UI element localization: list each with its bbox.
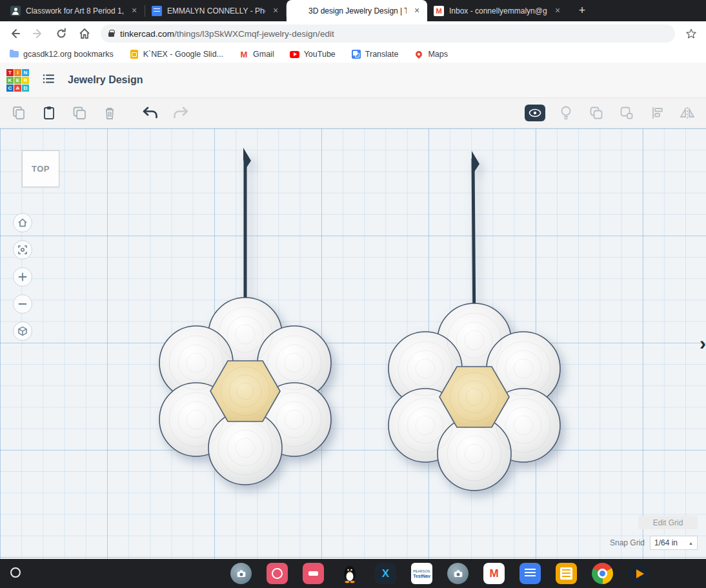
duplicate-icon[interactable] (70, 103, 89, 123)
dropdown-caret-icon: ▲ (689, 541, 693, 545)
toolbar-right-group (514, 103, 697, 123)
tab-title: EMMALYN CONNELLY - Photo Do (167, 6, 265, 15)
tab-strip: Classwork for Art 8 Period 1, MP × EMMAL… (0, 0, 706, 21)
zoom-out-icon[interactable] (13, 294, 32, 314)
chromeos-shelf: X PEARSON TestNav M (0, 559, 706, 588)
new-tab-button[interactable]: + (573, 1, 591, 19)
delete-icon[interactable] (100, 103, 119, 123)
tab-gmail[interactable]: M Inbox - connellyemmalyn@gcas × (427, 0, 568, 21)
url-path: /things/l3pSkWXCmqf-jewelry-design/edit (174, 29, 334, 39)
bookmark-star-icon[interactable] (684, 26, 698, 41)
bookmark-maps[interactable]: Maps (414, 49, 448, 59)
yellow-app-icon[interactable] (556, 563, 577, 584)
snap-grid-value: 1/64 in (654, 538, 678, 547)
home-view-icon[interactable] (13, 213, 32, 232)
xello-app-icon[interactable]: X (375, 563, 396, 584)
camera-app-icon[interactable] (230, 563, 252, 584)
earring-models[interactable] (0, 128, 706, 559)
docs-favicon-icon (152, 6, 162, 16)
pink-app-icon-2[interactable] (303, 563, 324, 584)
design-title: Jewelry Design (68, 74, 143, 86)
url-domain: tinkercad.com (120, 29, 174, 39)
bookmark-label: YouTube (304, 50, 336, 59)
address-bar[interactable]: tinkercad.com/things/l3pSkWXCmqf-jewelry… (101, 25, 675, 43)
browser-toolbar: tinkercad.com/things/l3pSkWXCmqf-jewelry… (0, 21, 706, 46)
testnav-app-icon[interactable]: PEARSON TestNav (411, 563, 432, 584)
play-app-icon[interactable] (628, 563, 649, 584)
launcher-button[interactable] (10, 567, 21, 578)
tinkercad-header: TIN KER CAD Jewelry Design (0, 63, 706, 98)
url-text: tinkercad.com/things/l3pSkWXCmqf-jewelry… (120, 29, 334, 39)
bookmark-label: Translate (365, 50, 399, 59)
gmail-app-icon[interactable]: M (483, 563, 505, 584)
perspective-toggle-icon[interactable] (13, 321, 32, 341)
tab-title: 3D design Jewelry Design | Tinke (308, 6, 407, 15)
docs-app-icon[interactable] (519, 563, 541, 584)
design-canvas[interactable]: TOP › Edit Grid Snap Grid 1/64 in ▲ (0, 128, 706, 559)
bookmark-label: Gmail (253, 50, 274, 59)
view-cube[interactable]: TOP (22, 150, 59, 187)
bookmark-gcasdk12[interactable]: gcasdk12.org bookmarks (9, 49, 114, 59)
reload-icon[interactable] (54, 26, 68, 41)
bookmark-label: gcasdk12.org bookmarks (23, 50, 114, 59)
pink-app-icon-1[interactable] (267, 563, 288, 584)
undo-icon[interactable] (141, 103, 160, 123)
tab-close-icon[interactable]: × (129, 6, 139, 16)
snap-grid-label: Snap Grid (610, 538, 645, 547)
tab-tinkercad-active[interactable]: 3D design Jewelry Design | Tinke × (287, 0, 427, 21)
camera-app-icon-2[interactable] (447, 563, 469, 584)
tab-close-icon[interactable]: × (412, 6, 422, 16)
bookmark-knex-slides[interactable]: K`NEX - Google Slid... (129, 49, 223, 59)
bookmarks-folder-icon (9, 49, 19, 59)
tinkercad-logo[interactable]: TIN KER CAD (6, 69, 29, 92)
bookmark-label: Maps (428, 50, 448, 59)
youtube-icon (290, 49, 300, 59)
shelf-apps: X PEARSON TestNav M (230, 563, 649, 584)
bookmarks-bar: gcasdk12.org bookmarks K`NEX - Google Sl… (0, 46, 706, 63)
align-icon[interactable] (647, 103, 667, 123)
bookmark-gmail[interactable]: M Gmail (239, 49, 274, 59)
lock-icon[interactable] (108, 32, 114, 37)
fit-view-icon[interactable] (13, 240, 32, 259)
tab-close-icon[interactable]: × (552, 6, 563, 16)
redo-icon[interactable] (171, 103, 190, 123)
paste-icon[interactable] (39, 103, 59, 123)
tab-title: Inbox - connellyemmalyn@gcas (449, 6, 547, 15)
snap-grid-control: Snap Grid 1/64 in ▲ (610, 536, 698, 550)
mirror-icon[interactable] (678, 103, 697, 123)
penguin-terminal-icon[interactable] (339, 563, 360, 584)
bookmark-youtube[interactable]: YouTube (290, 49, 336, 59)
chrome-app-icon[interactable] (592, 563, 613, 584)
design-menu-icon[interactable] (41, 71, 56, 89)
notes-visibility-icon[interactable] (525, 105, 545, 121)
translate-icon (351, 49, 361, 59)
back-icon[interactable] (8, 26, 22, 41)
edit-grid-button[interactable]: Edit Grid (638, 516, 698, 529)
earring-left (159, 148, 331, 485)
ungroup-icon[interactable] (617, 103, 636, 123)
forward-icon[interactable] (31, 26, 45, 41)
bookmark-translate[interactable]: Translate (351, 49, 399, 59)
expand-panel-chevron-icon[interactable]: › (700, 334, 706, 353)
slides-icon (129, 49, 139, 59)
light-bulb-icon[interactable] (556, 103, 576, 123)
maps-icon (414, 49, 424, 59)
earring-right (388, 151, 560, 491)
home-icon[interactable] (77, 26, 92, 41)
tinkercad-favicon-icon (293, 6, 303, 16)
group-icon[interactable] (587, 103, 606, 123)
tab-docs[interactable]: EMMALYN CONNELLY - Photo Do × (145, 0, 286, 21)
snap-grid-dropdown[interactable]: 1/64 in ▲ (650, 536, 698, 550)
tab-close-icon[interactable]: × (270, 6, 281, 16)
classroom-favicon-icon (10, 6, 21, 16)
bookmark-label: K`NEX - Google Slid... (143, 50, 223, 59)
gmail-favicon-icon: M (434, 6, 444, 16)
copy-icon[interactable] (9, 103, 28, 123)
tab-classroom[interactable]: Classwork for Art 8 Period 1, MP × (4, 0, 145, 21)
tab-title: Classwork for Art 8 Period 1, MP (26, 6, 124, 15)
zoom-in-icon[interactable] (13, 267, 32, 287)
gmail-icon: M (239, 49, 249, 59)
tinkercad-toolbar (0, 98, 706, 128)
